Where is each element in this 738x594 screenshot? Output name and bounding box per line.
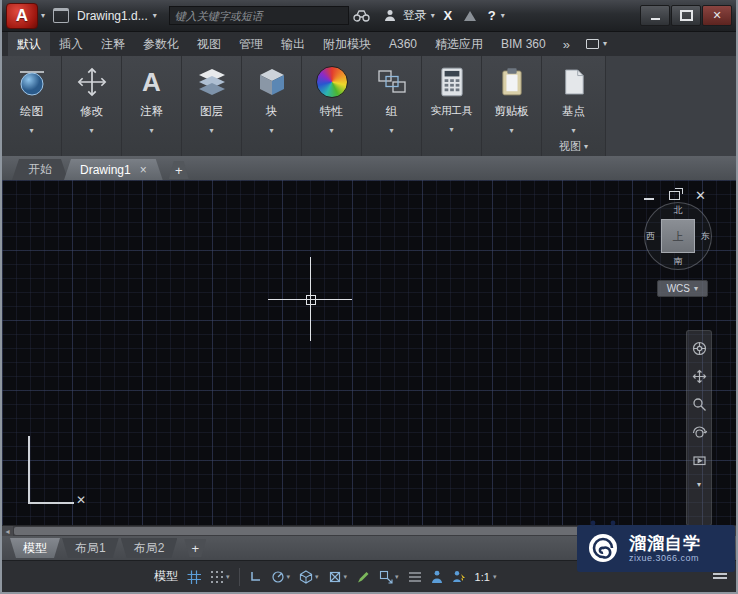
panel-flyout-icon[interactable]: ▾ [329,126,333,135]
layout-tab-layout2[interactable]: 布局2 [121,538,178,558]
tab-overflow-icon[interactable]: » [555,32,578,56]
file-tab-drawing1[interactable]: Drawing1 × [64,159,163,180]
ribbon-minimize-button[interactable]: ▾ [578,32,615,56]
panel-block[interactable]: 块 ▾ [242,56,302,156]
panel-flyout-icon[interactable]: ▾ [509,126,513,135]
new-drawing-tab-button[interactable]: + [169,161,189,179]
navbar-dropdown-icon[interactable]: ▾ [697,481,701,489]
drawing-close-icon[interactable]: ✕ [695,188,706,203]
quick-access-dropdown-icon[interactable]: ▾ [153,12,157,20]
panel-flyout-icon[interactable]: ▾ [89,126,93,135]
color-wheel [316,66,348,98]
panel-title-view[interactable]: 视图 ▾ [542,139,605,154]
panel-annotate[interactable]: A 注释 ▾ [122,56,182,156]
osnap-dropdown-icon[interactable]: ▾ [344,573,348,581]
panel-flyout-icon[interactable]: ▾ [149,126,153,135]
search-binoculars-icon[interactable] [353,6,371,26]
annotate-letter: A [142,69,161,95]
selection-cycling-icon[interactable]: ▾ [379,570,399,584]
drawing-canvas[interactable]: ✕ 北 南 西 东 上 WCS ▾ [2,180,736,536]
minimize-icon [651,18,660,20]
ribbon-tab-output[interactable]: 输出 [272,32,314,56]
three-lines-icon[interactable] [408,571,422,583]
annotation-autoscale-icon[interactable] [452,570,466,584]
annotation-visibility-icon[interactable] [431,570,443,584]
model-space-button[interactable]: 模型 [154,568,178,585]
ribbon-tab-bim360[interactable]: BIM 360 [492,32,555,56]
layout-tab-model[interactable]: 模型 [10,538,60,558]
viewcube-west-label[interactable]: 西 [646,230,655,243]
panel-flyout-icon[interactable]: ▾ [29,126,33,135]
panel-layers[interactable]: 图层 ▾ [182,56,242,156]
panel-groups[interactable]: 组 ▾ [362,56,422,156]
watermark: 溜溜自学 zixue.3066.com [577,525,735,572]
panel-flyout-icon[interactable]: ▾ [571,126,575,135]
viewcube-top-face[interactable]: 上 [661,219,695,253]
grid-display-icon[interactable] [187,570,201,584]
orbit-icon[interactable] [692,425,707,440]
ribbon-tab-a360[interactable]: A360 [380,32,426,56]
ribbon-tab-view[interactable]: 视图 [188,32,230,56]
maximize-button[interactable] [671,5,701,26]
ribbon-tab-parametric[interactable]: 参数化 [134,32,188,56]
file-tab-start[interactable]: 开始 [12,159,68,180]
minimize-button[interactable] [640,5,670,26]
calculator-icon [440,61,464,103]
viewcube-north-label[interactable]: 北 [674,204,683,217]
autocad-window: A ▾ Drawing1.d... ▾ 登录 ▾ X ? ▾ [0,0,738,594]
ribbon-tab-featured-apps[interactable]: 精选应用 [426,32,492,56]
object-snap-tracking-icon[interactable]: ▾ [328,570,348,584]
annotation-scale-button[interactable]: 1:1 ▾ [475,571,497,583]
quick-access-window-icon[interactable] [53,8,69,23]
ribbon-tab-manage[interactable]: 管理 [230,32,272,56]
exchange-apps-icon[interactable]: X [439,6,457,26]
panel-flyout-icon[interactable]: ▾ [449,125,453,134]
snap-mode-icon[interactable]: ▾ [210,570,230,584]
isometric-dropdown-icon[interactable]: ▾ [315,573,319,581]
ortho-mode-icon[interactable] [249,570,262,583]
lineweight-pencil-icon[interactable] [356,570,370,584]
panel-utilities[interactable]: 实用工具 ▾ [422,56,482,156]
polar-tracking-icon[interactable]: ▾ [271,570,291,584]
ribbon-tab-home[interactable]: 默认 [8,32,50,56]
help-button[interactable]: ? [483,6,501,26]
panel-draw[interactable]: 绘图 ▾ [2,56,62,156]
zoom-icon[interactable] [692,397,707,412]
viewcube-east-label[interactable]: 东 [701,230,710,243]
panel-view[interactable]: 基点 ▾ 视图 ▾ [542,56,606,156]
help-dropdown-icon[interactable]: ▾ [501,12,505,20]
showmotion-icon[interactable] [692,453,707,468]
steering-wheel-icon[interactable] [692,341,707,356]
new-layout-button[interactable]: + [184,539,206,557]
polar-dropdown-icon[interactable]: ▾ [287,573,291,581]
search-input[interactable] [169,6,349,25]
close-button[interactable]: ✕ [702,5,732,26]
panel-flyout-icon[interactable]: ▾ [269,126,273,135]
wcs-dropdown[interactable]: WCS ▾ [657,280,708,297]
layout-tab-layout1[interactable]: 布局1 [62,538,119,558]
panel-flyout-icon[interactable]: ▾ [209,126,213,135]
app-logo-button[interactable]: A ▾ [6,3,45,29]
scrollbar-thumb[interactable] [14,527,608,535]
ribbon-tab-insert[interactable]: 插入 [50,32,92,56]
panel-flyout-icon[interactable]: ▾ [389,126,393,135]
scroll-left-arrow-icon[interactable]: ◂ [2,526,13,536]
tab-close-icon[interactable]: × [140,163,147,177]
drawing-restore-icon[interactable] [669,191,680,200]
isometric-drafting-icon[interactable]: ▾ [299,570,319,584]
drawing-minimize-icon[interactable] [644,198,654,200]
panel-clipboard[interactable]: 剪贴板 ▾ [482,56,542,156]
panel-modify[interactable]: 修改 ▾ [62,56,122,156]
snap-dropdown-icon[interactable]: ▾ [226,573,230,581]
logo-dropdown-icon[interactable]: ▾ [41,12,45,20]
login-button[interactable]: 登录 ▾ [381,6,435,26]
login-dropdown-icon[interactable]: ▾ [431,12,435,20]
viewcube-south-label[interactable]: 南 [674,255,683,268]
panel-properties[interactable]: 特性 ▾ [302,56,362,156]
alert-icon[interactable] [461,6,479,26]
selection-dropdown-icon[interactable]: ▾ [395,573,399,581]
pan-icon[interactable] [692,369,707,384]
viewcube[interactable]: 北 南 西 东 上 [644,202,712,270]
ribbon-tab-addins[interactable]: 附加模块 [314,32,380,56]
ribbon-tab-annotate[interactable]: 注释 [92,32,134,56]
